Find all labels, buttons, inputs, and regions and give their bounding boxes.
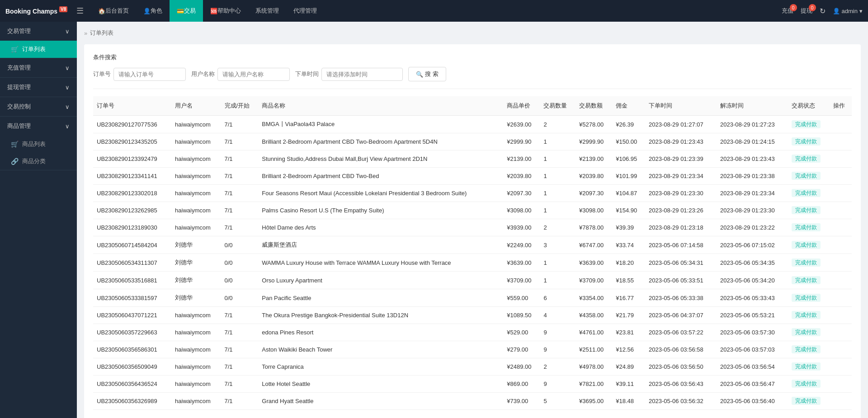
nav-agent[interactable]: 代理管理 [286,0,324,22]
cell-action[interactable] [830,150,852,168]
cell-commission: ¥154.90 [612,202,645,219]
brand-logo: Booking Champs V8 [5,7,67,15]
cell-action[interactable] [830,202,852,219]
time-input[interactable] [321,68,403,81]
cell-complete: 7/1 [221,376,259,393]
cell-order-time: 2023-08-29 01:23:26 [645,202,717,219]
cell-action[interactable] [830,307,852,324]
cell-product: WAMMA Luxury House with Terrace WAMMA Lu… [258,254,503,272]
table-row: UB2308290123189030 haiwaiymcom 7/1 Hôtel… [93,219,852,236]
status-badge: 完成付款 [792,172,821,180]
sidebar-item-product-category[interactable]: 🔗 商品分类 [0,153,77,170]
nav-role[interactable]: 👤角色 [136,0,170,22]
cell-commission: ¥21.79 [612,307,645,324]
nav-trade[interactable]: 💳交易 [170,0,203,22]
cell-amount: ¥2999.90 [576,133,612,150]
cell-action[interactable] [830,324,852,341]
cell-action[interactable] [830,254,852,272]
cell-action[interactable] [830,272,852,289]
cell-complete: 0/0 [221,236,259,254]
sidebar-section-trade-header[interactable]: 交易管理 ∨ [0,22,77,41]
cell-unfreeze-time: 2023-05-06 05:33:43 [717,289,788,307]
cell-amount: ¥3695.00 [576,393,612,410]
cell-action[interactable] [830,289,852,307]
order-table: 订单号 用户名 完成/开始 商品名称 商品单价 交易数量 交易数额 佣金 下单时… [93,96,852,410]
breadcrumb: » 订单列表 [84,29,861,37]
cell-quantity: 3 [540,236,576,254]
nav-help[interactable]: 🆘帮助中心 [203,0,248,22]
status-badge: 完成付款 [792,294,821,302]
search-button[interactable]: 🔍 搜 索 [408,67,446,81]
cell-product: Palms Casino Resort U.S (The Empathy Sui… [258,202,503,219]
order-input[interactable] [113,68,186,81]
cell-status: 完成付款 [788,236,830,254]
breadcrumb-current: 订单列表 [90,29,113,37]
cell-unit-price: ¥2097.30 [503,185,540,202]
cell-product: Aston Waikiki Beach Tower [258,341,503,358]
cell-unfreeze-time: 2023-08-29 01:23:38 [717,168,788,185]
cell-quantity: 1 [540,133,576,150]
cell-unit-price: ¥559.00 [503,289,540,307]
cell-action[interactable] [830,116,852,133]
table-row: UB2305060356586301 haiwaiymcom 7/1 Aston… [93,341,852,358]
cell-status: 完成付款 [788,341,830,358]
sidebar-section-recharge-header[interactable]: 充值管理 ∨ [0,58,77,77]
nav-toggle-icon[interactable]: ☰ [76,6,84,16]
cell-action[interactable] [830,185,852,202]
user-input[interactable] [217,68,290,81]
cell-action[interactable] [830,393,852,410]
cell-order-time: 2023-05-06 05:33:38 [645,289,717,307]
cell-order-time: 2023-05-06 05:34:31 [645,254,717,272]
cell-commission: ¥150.00 [612,133,645,150]
cell-action[interactable] [830,341,852,358]
sidebar-section-products: 商品管理 ∨ 🛒 商品列表 🔗 商品分类 [0,117,77,170]
status-badge: 完成付款 [792,120,821,128]
status-badge: 完成付款 [792,276,821,284]
status-badge: 完成付款 [792,311,821,319]
cell-unit-price: ¥2639.00 [503,116,540,133]
cell-complete: 0/0 [221,289,259,307]
cell-order-id: UB2308290127077536 [93,116,171,133]
cell-status: 完成付款 [788,324,830,341]
cell-complete: 7/1 [221,341,259,358]
cell-order-time: 2023-08-29 01:27:07 [645,116,717,133]
status-badge: 完成付款 [792,258,821,267]
sidebar-item-orders[interactable]: 🛒 订单列表 [0,41,77,58]
withdraw-btn[interactable]: 提现 0 [801,7,812,15]
cell-status: 完成付款 [788,254,830,272]
refresh-icon[interactable]: ↻ [820,7,826,15]
cell-product: BMGA丨ViaPaola43 Palace [258,116,503,133]
breadcrumb-arrow: » [84,30,87,37]
sidebar-section-withdraw-header[interactable]: 提现管理 ∨ [0,78,77,97]
cell-action[interactable] [830,133,852,150]
cell-order-time: 2023-05-06 04:37:07 [645,307,717,324]
cell-unfreeze-time: 2023-05-06 03:57:30 [717,324,788,341]
cell-unfreeze-time: 2023-05-06 03:56:40 [717,393,788,410]
table-row: UB2305060356509049 haiwaiymcom 7/1 Torre… [93,358,852,376]
nav-home[interactable]: 🏠后台首页 [91,0,136,22]
cell-action[interactable] [830,236,852,254]
cell-action[interactable] [830,219,852,236]
nav-system[interactable]: 系统管理 [248,0,286,22]
sidebar-section-products-header[interactable]: 商品管理 ∨ [0,117,77,136]
user-menu[interactable]: 👤 admin ▾ [833,8,863,14]
search-section: 条件搜索 订单号 用户名称 下单时间 🔍 搜 索 [93,53,852,81]
cell-action[interactable] [830,376,852,393]
cell-username: haiwaiymcom [171,185,221,202]
cell-unfreeze-time: 2023-05-06 05:34:20 [717,272,788,289]
cell-complete: 7/1 [221,358,259,376]
col-quantity: 交易数量 [540,96,576,116]
sidebar-item-product-list[interactable]: 🛒 商品列表 [0,136,77,153]
recharge-btn[interactable]: 充值 0 [782,7,793,15]
cell-order-id: UB2305060357229663 [93,324,171,341]
cell-action[interactable] [830,358,852,376]
cell-complete: 0/0 [221,272,259,289]
sidebar-section-trade-control-header[interactable]: 交易控制 ∨ [0,97,77,116]
cell-commission: ¥106.95 [612,150,645,168]
cell-username: haiwaiymcom [171,376,221,393]
cell-complete: 7/1 [221,150,259,168]
table-row: UB2305060714584204 刘德华 0/0 威廉斯堡酒店 ¥2249.… [93,236,852,254]
cell-action[interactable] [830,168,852,185]
cell-status: 完成付款 [788,289,830,307]
cell-unit-price: ¥869.00 [503,376,540,393]
